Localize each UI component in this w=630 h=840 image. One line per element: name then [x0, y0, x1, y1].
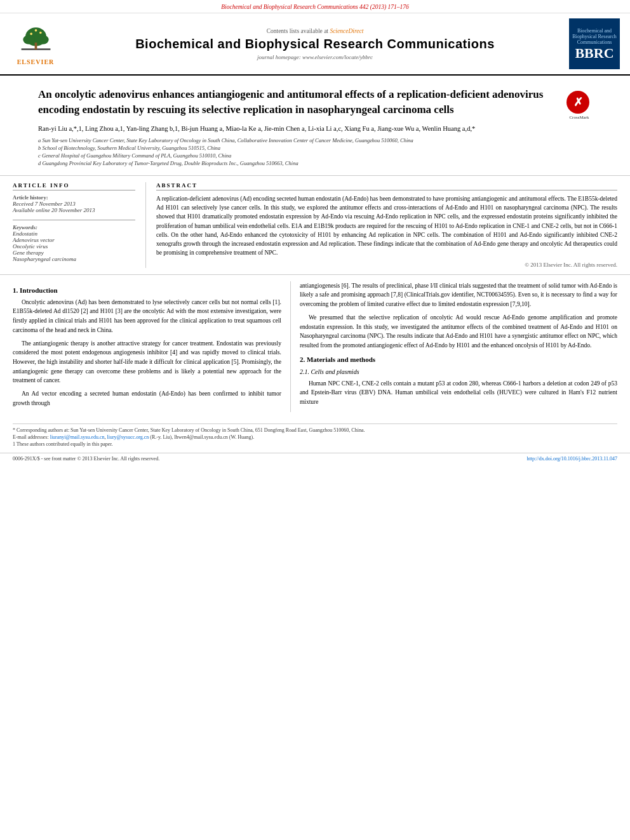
article-info-label: Article Info — [13, 182, 69, 189]
article-info-header: Article Info — [13, 182, 135, 190]
journal-header: ELSEVIER Contents lists available at Sci… — [0, 13, 630, 76]
contents-text: Contents lists available at — [267, 28, 328, 34]
footnotes-section: * Corresponding authors at: Sun Yat-sen … — [13, 423, 617, 448]
bbrc-logo: Biochemical and Biophysical Research Com… — [569, 18, 620, 69]
intro-title: Introduction — [20, 286, 58, 294]
affiliation-b: b School of Biotechnology, Southern Medi… — [38, 145, 560, 152]
article-info-col: Article Info Article history: Received 7… — [13, 182, 146, 268]
bbrc-full-name: Biochemical and Biophysical Research Com… — [572, 28, 617, 45]
abstract-col: Abstract A replication-deficient adenovi… — [146, 182, 617, 268]
svg-rect-4 — [34, 43, 37, 50]
crossmark-icon: ✗ — [566, 91, 589, 114]
svg-point-7 — [34, 29, 37, 32]
right-para-2-text: We presumed that the selective replicati… — [300, 313, 617, 350]
contents-line: Contents lists available at ScienceDirec… — [267, 28, 364, 34]
header-center: Contents lists available at ScienceDirec… — [67, 28, 563, 60]
affiliation-d: d Guangdong Provincial Key Laboratory of… — [38, 160, 560, 168]
footnote1-line: 1 These authors contributed equally in t… — [13, 441, 617, 448]
keywords-section: Keywords: Endostatin Adenovirus vector O… — [13, 218, 135, 262]
keyword-0: Endostatin — [13, 230, 135, 237]
history-label: Article history: — [13, 194, 135, 201]
issn-text: 0006-291X/$ - see front matter © 2013 El… — [13, 456, 159, 462]
right-para-2: We presumed that the selective replicati… — [300, 313, 617, 350]
elsevier-tree-icon — [18, 22, 53, 57]
abstract-header: Abstract — [156, 182, 617, 190]
affiliations-block: a Sun Yat-sen University Cancer Center, … — [38, 137, 560, 168]
intro-para-1: Oncolytic adenovirus (Ad) has been demon… — [13, 298, 281, 335]
footnote1-text: 1 These authors contributed equally in t… — [13, 441, 113, 447]
intro-para-3: An Ad vector encoding a secreted human e… — [13, 389, 281, 408]
intro-para-3-text: An Ad vector encoding a secreted human e… — [13, 389, 281, 408]
introduction-title: 1. Introduction — [13, 286, 281, 294]
section21-body: Human NPC CNE-1, CNE-2 cells contain a m… — [300, 379, 617, 407]
journal-title: Biochemical and Biophysical Research Com… — [135, 37, 495, 51]
journal-ref-bar: Biochemical and Biophysical Research Com… — [0, 0, 630, 13]
right-para-1-text: antiangiogenesis [6]. The results of pre… — [300, 283, 617, 307]
available-date: Available online 20 November 2013 — [13, 207, 135, 213]
svg-point-3 — [37, 35, 48, 44]
email-names: (R.-y. Liu), lhwen4@mail.sysu.edu.cn (W.… — [150, 434, 254, 440]
abstract-text: A replication-deficient adenovirus (Ad) … — [156, 194, 617, 258]
keyword-1: Adenovirus vector — [13, 237, 135, 243]
doi-link[interactable]: http://dx.doi.org/10.1016/j.bbrc.2013.11… — [527, 456, 617, 462]
main-content: 1. Introduction Oncolytic adenovirus (Ad… — [0, 275, 630, 418]
intro-para-1-text: Oncolytic adenovirus (Ad) has been demon… — [13, 298, 281, 335]
section2-title: 2. Materials and methods — [300, 356, 617, 363]
section2-label: Materials and methods — [307, 356, 375, 363]
email-line: E-mail addresses: liuranyi@mail.sysu.edu… — [13, 434, 617, 441]
corresponding-note: * Corresponding authors at: Sun Yat-sen … — [13, 427, 617, 434]
authors-line: Ran-yi Liu a,*,1, Ling Zhou a,1, Yan-lin… — [38, 124, 560, 134]
corresponding-label: * Corresponding authors at: Sun Yat-sen … — [13, 427, 365, 433]
article-history: Article history: Received 7 November 201… — [13, 194, 135, 213]
svg-point-2 — [23, 35, 34, 44]
svg-point-6 — [39, 32, 42, 34]
section21-text: Human NPC CNE-1, CNE-2 cells contain a m… — [300, 379, 617, 407]
affiliation-a: a Sun Yat-sen University Cancer Center, … — [38, 137, 560, 145]
email-label: E-mail addresses: — [13, 434, 49, 440]
page-wrapper: Biochemical and Biophysical Research Com… — [0, 0, 630, 840]
intro-para-2: The antiangiogenic therapy is another at… — [13, 339, 281, 386]
intro-para-2-text: The antiangiogenic therapy is another at… — [13, 339, 281, 386]
journal-homepage: journal homepage: www.elsevier.com/locat… — [257, 54, 373, 60]
svg-point-5 — [30, 33, 32, 36]
crossmark-label: CrossMark — [566, 115, 592, 120]
elsevier-logo: ELSEVIER — [10, 22, 61, 65]
right-para-1: antiangiogenesis [6]. The results of pre… — [300, 281, 617, 309]
keyword-2: Oncolytic virus — [13, 243, 135, 250]
abstract-copyright: © 2013 Elsevier Inc. All rights reserved… — [156, 262, 617, 268]
article-title-block: An oncolytic adenovirus enhances antiang… — [38, 87, 560, 168]
affiliation-c: c General Hospital of Guangzhou Military… — [38, 152, 560, 160]
keyword-4: Nasopharyngeal carcinoma — [13, 256, 135, 262]
section2-num: 2. — [300, 356, 305, 363]
abstract-label: Abstract — [156, 182, 198, 189]
intro-num: 1. — [13, 286, 18, 294]
info-abstract-section: Article Info Article history: Received 7… — [0, 176, 630, 275]
email1-link[interactable]: liuranyi@mail.sysu.edu.cn — [50, 434, 105, 440]
section21-label: Cells and plasmids — [311, 368, 359, 375]
journal-ref: Biochemical and Biophysical Research Com… — [221, 4, 408, 10]
section21-num: 2.1. — [300, 368, 309, 375]
left-col: 1. Introduction Oncolytic adenovirus (Ad… — [13, 281, 291, 412]
keywords-label: Keywords: — [13, 224, 135, 230]
bbrc-letters: BBRC — [575, 46, 613, 60]
elsevier-label: ELSEVIER — [17, 58, 55, 65]
crossmark-logo: ✗ CrossMark — [566, 91, 592, 120]
sciencedirect-link[interactable]: ScienceDirect — [330, 28, 363, 34]
email2-link[interactable]: liury@sysucc.org.cn — [107, 434, 149, 440]
article-title-section: An oncolytic adenovirus enhances antiang… — [0, 76, 630, 176]
received-date: Received 7 November 2013 — [13, 201, 135, 207]
section21-title: 2.1. Cells and plasmids — [300, 368, 617, 375]
article-title: An oncolytic adenovirus enhances antiang… — [38, 87, 560, 117]
keywords-header — [13, 218, 135, 220]
keyword-3: Gene therapy — [13, 250, 135, 256]
right-col: antiangiogenesis [6]. The results of pre… — [291, 281, 617, 412]
bottom-bar: 0006-291X/$ - see front matter © 2013 El… — [0, 453, 630, 464]
